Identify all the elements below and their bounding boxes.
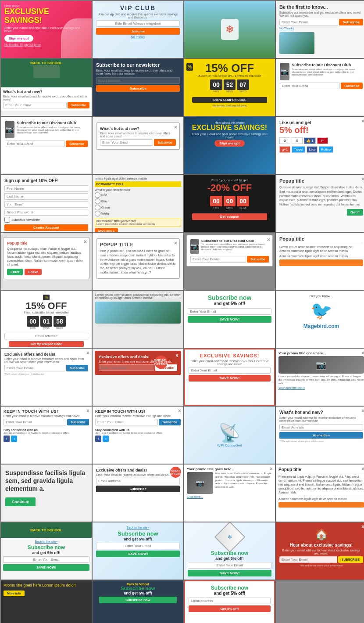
promo-link-2[interactable]: Click here... <box>187 495 272 498</box>
create-account-btn[interactable]: Create Account <box>4 224 88 231</box>
five-percent-btn[interactable]: Get 5% off! <box>189 605 271 612</box>
back-link-1[interactable]: Back to the site» <box>3 540 89 543</box>
poll-option-green[interactable]: Green <box>95 205 181 210</box>
close-icon-8[interactable]: × <box>175 353 178 359</box>
promo-link[interactable]: Your click me text » <box>278 386 364 389</box>
newsletter-subscribe-button[interactable]: Subscribe <box>96 85 180 92</box>
tw-icon-2[interactable]: t <box>103 436 109 442</box>
save-now-btn-2[interactable]: SAVE NOW! <box>189 375 271 382</box>
exclusive-deals-email-1[interactable] <box>4 365 65 371</box>
hear-exclusive-btn[interactable]: SUBSCRIBE <box>338 556 363 563</box>
leave-btn[interactable]: Leave <box>25 269 42 275</box>
get-coupon-btn[interactable]: Get coupon <box>192 213 268 220</box>
close-icon-1[interactable]: × <box>174 124 177 130</box>
close-icon-14[interactable]: × <box>361 466 364 472</box>
close-icon-13[interactable]: × <box>270 466 273 472</box>
vip-no-thanks[interactable]: No thanks <box>96 36 180 39</box>
close-icon-12[interactable]: × <box>361 408 364 414</box>
exclusive-dark-email[interactable] <box>99 364 154 371</box>
close-icon-10[interactable]: × <box>86 408 89 414</box>
follow-btn[interactable]: Follow <box>319 146 333 153</box>
subscribe-now-title-2: Subscribe now <box>3 544 89 551</box>
no-thanks-link-2[interactable]: No thanks, I will pay full price <box>188 104 271 107</box>
five-percent-email[interactable] <box>189 598 271 604</box>
close-icon-9[interactable]: × <box>361 350 364 356</box>
show-coupon-button[interactable]: SHOW COUPON CODE <box>192 97 268 103</box>
close-icon-3[interactable]: × <box>361 176 364 182</box>
fifteen-off-2-email[interactable] <box>4 333 88 339</box>
first-name-input[interactable] <box>4 185 88 192</box>
excl-offers-4-btn[interactable]: Subscribe <box>96 486 180 492</box>
sign-me-up-button[interactable]: Sign me up! <box>4 35 33 42</box>
hot-email-input[interactable] <box>3 102 67 108</box>
be-first-no-thanks[interactable]: No Thanks <box>279 27 363 30</box>
winter-signup-btn[interactable]: Sign me up! <box>214 140 245 147</box>
vip-join-button[interactable]: Join me <box>96 28 180 35</box>
subscribe-checkbox[interactable] <box>4 217 10 223</box>
keep-email-1[interactable] <box>4 419 66 425</box>
subscribe-email-2[interactable] <box>5 140 65 147</box>
facebook-icon[interactable]: f <box>4 436 10 442</box>
exclusive-deals-btn-1[interactable]: Subscribe <box>66 365 88 371</box>
poll-option-red[interactable]: Red <box>95 192 181 198</box>
subscribe-now-email-1[interactable] <box>188 308 271 315</box>
poll-option-blue[interactable]: Blue <box>95 198 181 204</box>
like-btn[interactable]: 👍 1 <box>304 137 316 144</box>
poll-option-white[interactable]: White <box>95 211 181 216</box>
close-icon-11[interactable]: × <box>178 408 181 414</box>
fb-icon-2[interactable]: f <box>95 436 101 442</box>
excl-offers-4-email[interactable] <box>96 478 180 484</box>
keep-subscribe-btn-2[interactable]: Subscribe <box>159 419 181 425</box>
timer-mins: 52 <box>224 79 236 90</box>
last-name-input[interactable] <box>4 193 88 200</box>
wifi-back-link[interactable]: Back to the site» <box>96 526 180 529</box>
whats-hot-2-btn[interactable]: Anmelden <box>279 432 363 439</box>
be-first-email-input[interactable] <box>279 19 338 25</box>
newsletter-email-input[interactable] <box>96 77 180 84</box>
whats-hot-email[interactable] <box>100 139 153 146</box>
whats-hot-2-email[interactable] <box>279 424 363 431</box>
twitter-icon[interactable]: t <box>11 436 17 442</box>
enter-btn[interactable]: Enter <box>7 269 23 275</box>
whats-hot-subscribe-btn[interactable]: Subscribe <box>154 139 176 146</box>
arrow-save-btn[interactable]: SAVE NOW! <box>188 570 271 576</box>
cell-exclusive-winter: Hear about this winter EXCLUSIVE SAVINGS… <box>184 117 275 174</box>
keep-email-2[interactable] <box>95 419 158 425</box>
close-icon-7[interactable]: × <box>86 350 89 356</box>
got-it-btn[interactable]: Got it <box>347 209 363 216</box>
subscribe-email-3[interactable] <box>190 256 246 263</box>
arrow-email[interactable] <box>188 562 271 569</box>
subscribe-now-sub-2: and get 5% off! <box>3 551 89 555</box>
hear-exclusive-email[interactable] <box>279 556 337 563</box>
exclusive-savings-email[interactable] <box>189 367 271 374</box>
continue-btn[interactable]: Continue <box>5 497 36 506</box>
back-footer-btn[interactable]: SAVE NOW! <box>3 564 89 571</box>
subscribe-email-1[interactable] <box>280 83 340 89</box>
password-input[interactable] <box>4 209 88 216</box>
more-info-btn[interactable]: More info » <box>95 228 118 232</box>
wifi-email[interactable] <box>96 543 180 549</box>
gplus-btn[interactable]: g+1 <box>279 146 290 153</box>
close-icon-2[interactable]: × <box>361 118 364 124</box>
hear-subscribe-btn[interactable]: Subscribe now <box>99 597 177 603</box>
be-first-subscribe-button[interactable]: Subscribe <box>339 19 363 25</box>
wifi-save-btn[interactable]: SAVE NOW! <box>96 551 180 557</box>
hot-subscribe-button[interactable]: Subscribe <box>68 102 89 108</box>
pin-btn[interactable]: P <box>317 137 328 144</box>
close-icon-5[interactable]: × <box>174 240 177 246</box>
close-icon-15[interactable]: × <box>361 524 364 530</box>
subscribe-btn-3[interactable]: Subscribe <box>247 256 269 263</box>
fb-like-btn[interactable]: Like <box>307 146 318 153</box>
save-now-btn-1[interactable]: SAVE NOW! <box>188 316 271 323</box>
back-footer-email[interactable] <box>3 556 89 563</box>
subscribe-btn-1[interactable]: Subscribe <box>341 83 363 89</box>
email-input-signup[interactable] <box>4 201 88 208</box>
get-coupon-btn-2[interactable]: Get My Coupon Code <box>9 341 84 347</box>
subscribe-btn-2[interactable]: Subscribe <box>66 140 88 147</box>
vip-email-input[interactable] <box>96 20 180 27</box>
close-icon-4[interactable]: × <box>84 239 87 245</box>
close-icon-6[interactable]: × <box>267 237 270 243</box>
tweet-btn[interactable]: Tweet <box>292 146 305 153</box>
more-info-btn-2[interactable]: More info <box>4 591 25 596</box>
keep-subscribe-btn-1[interactable]: Subscribe <box>67 419 89 425</box>
